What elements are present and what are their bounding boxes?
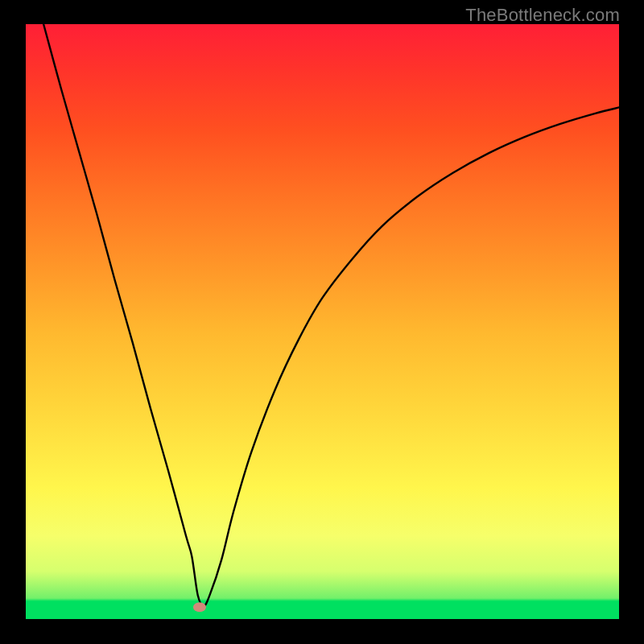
bottleneck-curve-path <box>43 24 619 606</box>
plot-area <box>26 24 619 619</box>
watermark-text: TheBottleneck.com <box>465 5 620 26</box>
optimal-point-marker <box>193 602 206 612</box>
bottleneck-figure: TheBottleneck.com <box>0 0 644 644</box>
curve-layer <box>26 24 619 619</box>
